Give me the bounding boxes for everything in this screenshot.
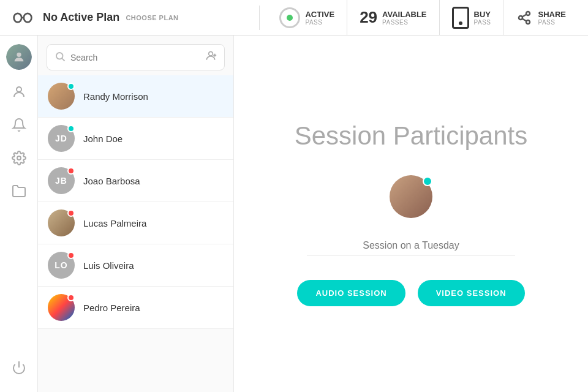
available-main: AVAILABLE — [382, 10, 426, 19]
buy-pass-icon — [452, 7, 469, 29]
contact-avatar-lucas — [48, 209, 75, 236]
contact-name-lucas: Lucas Palmeira — [83, 218, 224, 228]
search-input[interactable] — [70, 53, 200, 62]
video-session-button[interactable]: VIDEO SESSION — [418, 280, 525, 306]
add-contact-button[interactable] — [205, 50, 217, 65]
plan-status: No Active Plan — [43, 11, 119, 24]
svg-point-9 — [17, 87, 21, 92]
share-pass-labels: SHARE PASS — [538, 10, 566, 26]
contact-avatar-joao: JB — [48, 167, 75, 194]
header-actions: ACTIVE PASS 29 AVAILABLE PASSES BUY PASS — [267, 0, 578, 36]
svg-line-6 — [522, 18, 527, 21]
buy-pass-main: BUY — [474, 10, 491, 19]
contact-name-pedro: Pedro Pereira — [83, 303, 224, 313]
sidebar-item-settings[interactable] — [4, 143, 34, 173]
svg-line-7 — [522, 14, 527, 17]
contact-item-randy[interactable]: Randy Morrison — [38, 75, 233, 118]
sidebar — [0, 36, 38, 392]
contacts-panel: Randy Morrison JD John Doe — [38, 36, 234, 392]
main-content: Session Participants AUDIO SESSION VIDEO… — [234, 36, 588, 392]
contact-avatar-pedro — [48, 294, 75, 321]
active-pass-item[interactable]: ACTIVE PASS — [267, 0, 347, 36]
contact-name-john: John Doe — [83, 134, 204, 144]
sidebar-item-power[interactable] — [4, 353, 34, 382]
status-dot-joao — [67, 167, 75, 175]
status-dot-pedro — [67, 294, 75, 301]
contact-item-luis[interactable]: LO Luis Oliveira — [38, 244, 233, 287]
contact-avatar-john: JD — [48, 125, 75, 152]
session-buttons: AUDIO SESSION VIDEO SESSION — [297, 280, 524, 306]
audio-session-button[interactable]: AUDIO SESSION — [297, 280, 405, 306]
contact-avatar-luis: LO — [48, 252, 75, 279]
search-icon — [55, 51, 66, 64]
contacts-list: Randy Morrison JD John Doe — [38, 75, 233, 392]
session-title: Session Participants — [295, 121, 528, 151]
status-dot-lucas — [67, 209, 75, 217]
contact-item-john[interactable]: JD John Doe — [38, 118, 233, 160]
svg-line-13 — [62, 58, 64, 61]
active-pass-sub: PASS — [305, 19, 322, 26]
svg-point-14 — [209, 51, 213, 56]
sidebar-item-profile[interactable] — [4, 77, 34, 107]
svg-point-12 — [56, 53, 63, 59]
active-pass-main: ACTIVE — [305, 10, 334, 19]
search-bar — [47, 44, 225, 70]
svg-point-4 — [519, 16, 522, 20]
available-passes-labels: AVAILABLE PASSES — [382, 10, 426, 26]
avatar-image — [6, 44, 32, 70]
share-pass-main: SHARE — [538, 10, 566, 19]
status-dot-luis — [67, 252, 75, 259]
contact-name-randy: Randy Morrison — [83, 91, 224, 102]
status-dot-randy — [67, 83, 75, 90]
plan-section: No Active Plan CHOOSE PLAN — [43, 11, 252, 24]
svg-rect-1 — [24, 13, 32, 21]
contact-item-lucas[interactable]: Lucas Palmeira — [38, 202, 233, 244]
sidebar-item-folder[interactable] — [4, 176, 34, 206]
share-pass-item[interactable]: SHARE PASS — [503, 0, 578, 36]
participant-avatar-wrap — [390, 175, 432, 218]
contact-avatar-randy — [48, 83, 75, 110]
contact-item-pedro[interactable]: Pedro Pereira — [38, 287, 233, 329]
main-layout: Randy Morrison JD John Doe — [0, 36, 588, 392]
contact-name-joao: Joao Barbosa — [83, 176, 224, 186]
svg-rect-0 — [14, 13, 22, 21]
svg-point-10 — [17, 156, 21, 160]
header-divider — [259, 6, 260, 30]
share-icon — [516, 9, 533, 26]
svg-point-5 — [526, 20, 530, 24]
app-header: No Active Plan CHOOSE PLAN ACTIVE PASS 2… — [0, 0, 588, 36]
logo[interactable] — [10, 5, 36, 31]
contact-item-joao[interactable]: JB Joao Barbosa — [38, 160, 233, 202]
svg-point-8 — [17, 53, 21, 57]
session-name-input[interactable] — [307, 236, 515, 255]
share-pass-sub: PASS — [538, 19, 555, 26]
svg-point-3 — [526, 12, 530, 15]
sidebar-item-notifications[interactable] — [4, 110, 34, 140]
available-passes-item[interactable]: 29 AVAILABLE PASSES — [347, 0, 439, 36]
status-dot-john — [67, 125, 75, 132]
buy-pass-labels: BUY PASS — [474, 10, 491, 26]
available-count: 29 — [360, 8, 377, 27]
participant-status-dot — [423, 176, 432, 186]
choose-plan-button[interactable]: CHOOSE PLAN — [126, 14, 178, 21]
user-avatar[interactable] — [6, 44, 32, 70]
available-sub: PASSES — [382, 19, 408, 26]
contact-name-luis: Luis Oliveira — [83, 260, 224, 271]
buy-pass-sub: PASS — [474, 19, 491, 26]
active-pass-labels: ACTIVE PASS — [305, 10, 334, 26]
active-pass-icon — [279, 7, 300, 28]
buy-pass-item[interactable]: BUY PASS — [440, 0, 504, 36]
